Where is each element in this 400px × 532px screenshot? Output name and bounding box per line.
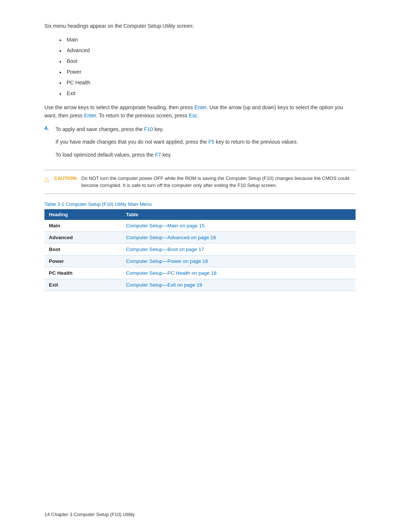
table-title: Table 3-1 Computer Setup (F10) Utility M…	[44, 201, 356, 207]
arrow-keys-paragraph: Use the arrow keys to select the appropr…	[44, 103, 356, 120]
table-link[interactable]: Computer Setup—Exit on page 19	[126, 282, 202, 288]
enter-link-2[interactable]: Enter	[84, 113, 96, 118]
caution-label: CAUTION:	[54, 175, 78, 182]
table-link[interactable]: Computer Setup—PC Health on page 18	[126, 270, 217, 276]
table-cell-heading: PC Health	[44, 267, 121, 279]
caution-triangle-icon: △	[44, 175, 49, 184]
table-cell-link: Computer Setup—Exit on page 19	[121, 279, 356, 291]
caution-box: △ CAUTION: Do NOT turn the computer powe…	[44, 170, 356, 194]
table-link[interactable]: Computer Setup—Boot on page 17	[126, 247, 204, 252]
table-link[interactable]: Computer Setup—Power on page 18	[126, 258, 208, 264]
table-cell-link: Computer Setup—Boot on page 17	[121, 243, 356, 255]
table-row: MainComputer Setup—Main on page 15	[44, 220, 356, 232]
table-cell-heading: Boot	[44, 243, 121, 255]
f7-link[interactable]: F7	[155, 152, 161, 158]
step-4-main-text: To apply and save changes, press the F10…	[56, 125, 356, 133]
table-cell-link: Computer Setup—Advanced on page 16	[121, 231, 356, 243]
table-row: BootComputer Setup—Boot on page 17	[44, 243, 356, 255]
table-row: AdvancedComputer Setup—Advanced on page …	[44, 231, 356, 243]
enter-link-1[interactable]: Enter	[194, 104, 207, 110]
f5-link[interactable]: F5	[209, 139, 214, 145]
col-heading: Heading	[44, 209, 121, 220]
utility-main-menu-table: Heading Table MainComputer Setup—Main on…	[44, 209, 356, 291]
table-cell-heading: Main	[44, 220, 121, 232]
table-header-row: Heading Table	[44, 209, 356, 220]
table-cell-heading: Power	[44, 255, 121, 267]
table-section: Table 3-1 Computer Setup (F10) Utility M…	[44, 201, 356, 291]
step-4-sub1: If you have made changes that you do not…	[56, 138, 356, 146]
step-4-number: 4.	[44, 125, 56, 163]
step-4-content: To apply and save changes, press the F10…	[56, 125, 356, 163]
table-cell-link: Computer Setup—Power on page 18	[121, 255, 356, 267]
table-row: PC HealthComputer Setup—PC Health on pag…	[44, 267, 356, 279]
list-item-exit: Exit	[59, 90, 356, 97]
f10-link[interactable]: F10	[144, 126, 153, 132]
list-item-main: Main	[59, 36, 356, 44]
footer-chapter: Chapter 3 Computer Setup (F10) Utility	[51, 512, 134, 517]
caution-text: Do NOT turn the computer power OFF while…	[81, 175, 356, 189]
list-item-pchealth: PC Health	[59, 79, 356, 87]
table-row: PowerComputer Setup—Power on page 18	[44, 255, 356, 267]
col-table: Table	[121, 209, 356, 220]
esc-link[interactable]: Esc	[189, 113, 197, 118]
page-footer: 14 Chapter 3 Computer Setup (F10) Utilit…	[44, 512, 356, 517]
step-4: 4. To apply and save changes, press the …	[44, 125, 356, 163]
intro-paragraph: Six menu headings appear on the Computer…	[44, 22, 356, 30]
menu-heading-list: Main Advanced Boot Power PC Health Exit	[59, 36, 356, 97]
table-row: ExitComputer Setup—Exit on page 19	[44, 279, 356, 291]
table-link[interactable]: Computer Setup—Advanced on page 16	[126, 235, 216, 240]
table-link[interactable]: Computer Setup—Main on page 15	[126, 223, 204, 228]
table-cell-heading: Advanced	[44, 231, 121, 243]
list-item-advanced: Advanced	[59, 47, 356, 54]
table-cell-heading: Exit	[44, 279, 121, 291]
list-item-boot: Boot	[59, 57, 356, 65]
table-cell-link: Computer Setup—Main on page 15	[121, 220, 356, 232]
step-4-sub2: To load optimized default values, press …	[56, 151, 356, 159]
table-cell-link: Computer Setup—PC Health on page 18	[121, 267, 356, 279]
footer-page-num: 14	[44, 512, 50, 517]
list-item-power: Power	[59, 68, 356, 76]
